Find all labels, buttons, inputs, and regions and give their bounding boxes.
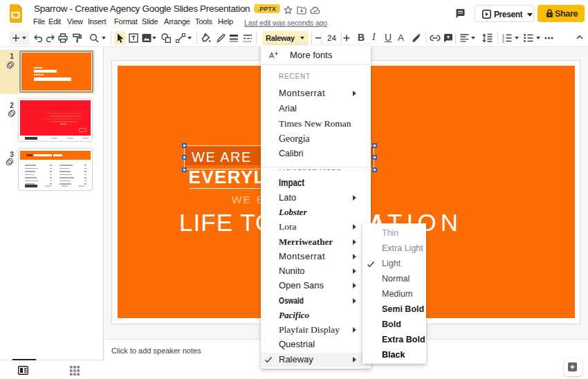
svg-text:3: 3 [502,39,504,43]
svg-text:A: A [269,51,275,59]
